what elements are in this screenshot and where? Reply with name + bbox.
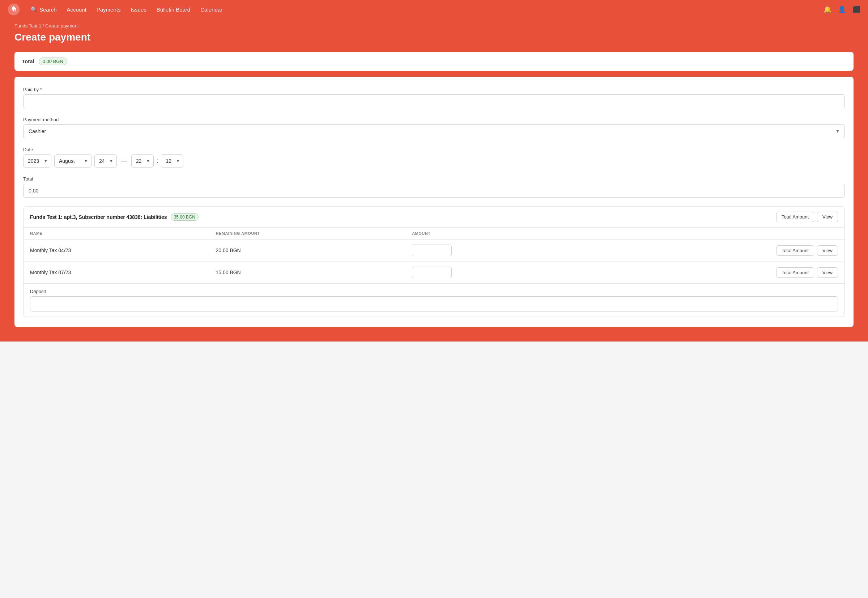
nav-item-bulletin-board[interactable]: Bulletin Board	[152, 4, 194, 15]
row-remaining-amount: 15.00 BGN	[209, 262, 405, 284]
total-group: Total	[23, 176, 845, 197]
row-total-amount-button[interactable]: Total Amount	[776, 245, 814, 256]
breadcrumb: Funds Test 1 / Create payment	[15, 23, 853, 28]
liabilities-badge: 35.00 BGN	[171, 214, 199, 221]
table-row: Monthly Tax 07/23 15.00 BGN Total Amount…	[24, 262, 844, 284]
total-summary-card: Total 0.00 BGN	[15, 52, 853, 71]
liabilities-total-amount-button[interactable]: Total Amount	[776, 212, 814, 222]
liabilities-title-text: Funds Test 1: apt.3, Subscriber number 4…	[30, 214, 167, 220]
nav-item-search[interactable]: 🔍 Search	[26, 4, 61, 15]
liabilities-title: Funds Test 1: apt.3, Subscriber number 4…	[30, 214, 199, 221]
row-total-amount-button[interactable]: Total Amount	[776, 268, 814, 278]
row-actions-cell: Total Amount View	[587, 239, 844, 262]
deposit-label: Deposit	[30, 289, 838, 294]
row-amount-cell	[405, 262, 587, 284]
payment-method-select[interactable]: Cashier Bank Transfer Cash Card	[23, 124, 845, 138]
col-header-remaining: REMAINING AMOUNT	[209, 227, 405, 239]
row-amount-input[interactable]	[412, 267, 452, 278]
breadcrumb-separator: /	[43, 23, 45, 28]
nav-payments-label: Payments	[97, 6, 121, 13]
nav-item-payments[interactable]: Payments	[92, 4, 125, 15]
minute-select[interactable]: 12	[161, 154, 183, 167]
time-colon: :	[157, 158, 158, 164]
date-label: Date	[23, 147, 845, 152]
liabilities-table: NAME REMAINING AMOUNT AMOUNT Monthly Tax…	[24, 227, 844, 283]
row-name: Monthly Tax 07/23	[24, 262, 209, 284]
total-input-label: Total	[23, 176, 845, 182]
paid-by-input[interactable]	[23, 94, 845, 108]
nav-search-label: Search	[39, 6, 57, 13]
liabilities-header-actions: Total Amount View	[776, 212, 838, 222]
deposit-section: Deposit	[24, 283, 844, 317]
nav-links: 🔍 Search Account Payments Issues Bulleti…	[26, 4, 823, 15]
liabilities-table-body: Monthly Tax 04/23 20.00 BGN Total Amount…	[24, 239, 844, 284]
year-wrapper: 2023 2022 2024 ▼	[23, 154, 51, 167]
nav-item-issues[interactable]: Issues	[126, 4, 151, 15]
row-amount-cell	[405, 239, 587, 262]
row-actions: Total Amount View	[593, 268, 838, 278]
row-actions: Total Amount View	[593, 245, 838, 256]
month-select[interactable]: August January February March	[54, 154, 91, 167]
hour-select[interactable]: 22	[131, 154, 154, 167]
paid-by-label: Paid by *	[23, 87, 845, 92]
row-view-button[interactable]: View	[817, 268, 838, 278]
nav-item-calendar[interactable]: Calendar	[196, 4, 227, 15]
year-select[interactable]: 2023 2022 2024	[23, 154, 51, 167]
logout-icon[interactable]: ⬛	[852, 5, 861, 14]
date-group: Date 2023 2022 2024 ▼ August January Feb…	[23, 147, 845, 167]
minute-wrapper: 12 ▼	[161, 154, 183, 167]
nav-bulletin-label: Bulletin Board	[157, 6, 190, 13]
hour-wrapper: 22 ▼	[131, 154, 154, 167]
liabilities-header: Funds Test 1: apt.3, Subscriber number 4…	[24, 206, 844, 227]
breadcrumb-parent[interactable]: Funds Test 1	[15, 23, 41, 28]
row-view-button[interactable]: View	[817, 245, 838, 256]
row-actions-cell: Total Amount View	[587, 262, 844, 284]
month-wrapper: August January February March ▼	[54, 154, 91, 167]
payment-method-wrapper: Cashier Bank Transfer Cash Card ▼	[23, 124, 845, 138]
col-header-amount: AMOUNT	[405, 227, 587, 239]
day-wrapper: 24 ▼	[94, 154, 117, 167]
col-header-name: NAME	[24, 227, 209, 239]
row-name: Monthly Tax 04/23	[24, 239, 209, 262]
app-logo[interactable]	[7, 3, 20, 16]
page-header: Funds Test 1 / Create payment Create pay…	[0, 19, 868, 52]
navbar-right: 🔔 👤 ⬛	[823, 5, 861, 14]
paid-by-group: Paid by *	[23, 87, 845, 108]
nav-account-label: Account	[67, 6, 87, 13]
table-row: Monthly Tax 04/23 20.00 BGN Total Amount…	[24, 239, 844, 262]
total-input[interactable]	[23, 184, 845, 197]
main-content: Total 0.00 BGN Paid by * Payment method …	[0, 52, 868, 341]
liabilities-section: Funds Test 1: apt.3, Subscriber number 4…	[23, 206, 845, 317]
liabilities-view-button[interactable]: View	[817, 212, 838, 222]
col-header-actions	[587, 227, 844, 239]
deposit-input[interactable]	[30, 296, 838, 311]
payment-method-group: Payment method Cashier Bank Transfer Cas…	[23, 117, 845, 138]
user-icon[interactable]: 👤	[838, 5, 846, 14]
total-summary-label: Total	[22, 58, 34, 64]
notifications-icon[interactable]: 🔔	[823, 5, 832, 14]
total-summary-badge: 0.00 BGN	[39, 58, 67, 65]
payment-method-label: Payment method	[23, 117, 845, 122]
nav-calendar-label: Calendar	[200, 6, 223, 13]
create-payment-form: Paid by * Payment method Cashier Bank Tr…	[15, 77, 853, 327]
row-remaining-amount: 20.00 BGN	[209, 239, 405, 262]
page-title: Create payment	[15, 31, 853, 43]
navbar: 🔍 Search Account Payments Issues Bulleti…	[0, 0, 868, 19]
nav-issues-label: Issues	[131, 6, 146, 13]
date-range-separator: —	[120, 158, 128, 164]
row-amount-input[interactable]	[412, 245, 452, 256]
breadcrumb-current: Create payment	[45, 23, 79, 28]
date-row: 2023 2022 2024 ▼ August January February…	[23, 154, 845, 167]
nav-item-account[interactable]: Account	[63, 4, 91, 15]
liabilities-table-head: NAME REMAINING AMOUNT AMOUNT	[24, 227, 844, 239]
day-select[interactable]: 24	[94, 154, 117, 167]
search-nav-icon: 🔍	[30, 6, 37, 13]
